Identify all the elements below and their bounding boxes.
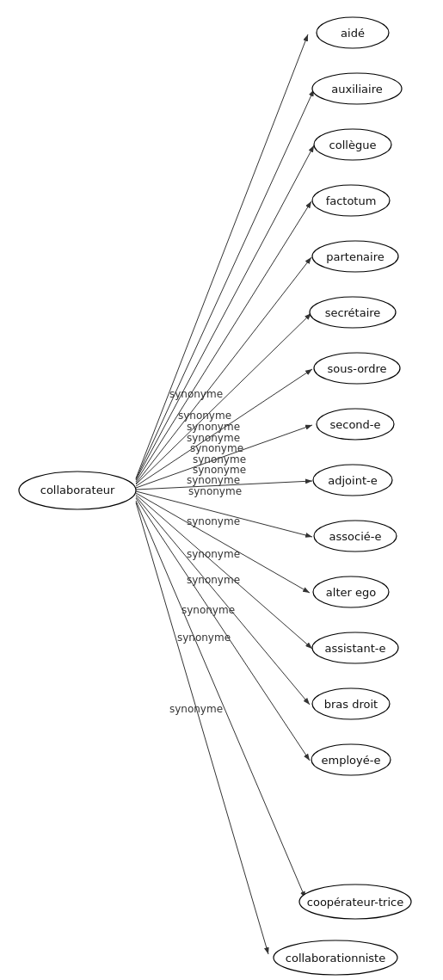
edge-collaborationniste xyxy=(136,502,268,954)
label-cooperateur: coopérateur-trice xyxy=(307,896,403,909)
label-collaborationniste: collaborationniste xyxy=(286,952,385,965)
label-collegue: collègue xyxy=(329,139,377,151)
edge-label-alter-ego: synonyme xyxy=(187,548,240,560)
label-secretaire: secrétaire xyxy=(325,306,381,319)
label-alter-ego: alter ego xyxy=(326,586,376,599)
label-auxiliaire: auxiliaire xyxy=(331,83,382,96)
label-adjoint-e: adjoint-e xyxy=(328,474,377,487)
label-partenaire: partenaire xyxy=(326,250,385,263)
label-aide: aidé xyxy=(341,27,365,40)
edge-label-aide: synonyme xyxy=(169,388,223,400)
edge-employe-e xyxy=(136,498,310,761)
label-factotum: factotum xyxy=(326,194,377,207)
edge-label-adjoint-e: synonyme xyxy=(188,485,242,497)
edge-label-auxiliaire: synonyme xyxy=(178,410,231,422)
label-employe-e: employé-e xyxy=(322,754,381,767)
edge-label-associe-e: synonyme xyxy=(187,515,240,527)
edge-label-second-e: synonyme xyxy=(187,474,240,486)
label-associe-e: associé-e xyxy=(329,530,382,543)
edge-bras-droit xyxy=(136,496,310,705)
center-label: collaborateur xyxy=(40,484,115,496)
edge-label-employe-e: synonyme xyxy=(177,632,231,644)
edge-label-bras-droit: synonyme xyxy=(182,604,235,616)
edge-associe-e xyxy=(136,491,312,537)
edge-cooperateur xyxy=(136,501,305,898)
edge-label-assistant-e: synonyme xyxy=(187,574,240,586)
label-second-e: second-e xyxy=(329,418,380,431)
label-assistant-e: assistant-e xyxy=(325,642,386,655)
synonym-graph: collaborateur synonyme aidé synonyme aux… xyxy=(0,0,443,980)
label-bras-droit: bras droit xyxy=(324,698,378,711)
label-sous-ordre: sous-ordre xyxy=(327,362,386,375)
